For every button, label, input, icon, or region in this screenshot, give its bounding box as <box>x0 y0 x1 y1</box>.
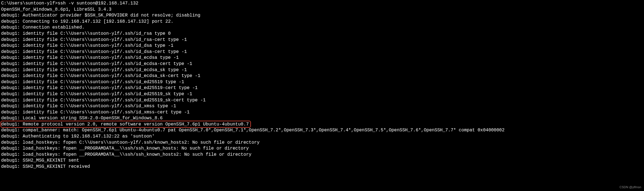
terminal-line: debug1: load_hostkeys: fopen __PROGRAMDA… <box>1 146 643 152</box>
terminal-line: debug1: identity file C:\\Users\\suntoon… <box>1 97 643 104</box>
terminal-line: debug1: SSH2_MSG_KEXINIT sent <box>1 158 643 164</box>
terminal-line: debug1: identity file C:\\Users\\suntoon… <box>1 31 643 37</box>
terminal-line: debug1: Connecting to 192.168.147.132 [1… <box>1 19 643 25</box>
terminal-line: debug1: identity file C:\\Users\\suntoon… <box>1 79 643 85</box>
watermark-text: CSDN @ylfmsn <box>620 185 641 189</box>
terminal-line: OpenSSH_for_Windows_8.6p1, LibreSSL 3.4.… <box>1 7 643 13</box>
terminal-line: debug1: identity file C:\\Users\\suntoon… <box>1 85 643 91</box>
terminal-line: debug1: SSH2_MSG_KEXINIT received <box>1 164 643 170</box>
terminal-line: debug1: Connection established. <box>1 25 643 31</box>
terminal-output[interactable]: C:\Users\suntoon-ylf>ssh -v suntoon@192.… <box>1 1 643 170</box>
terminal-line: debug1: identity file C:\\Users\\suntoon… <box>1 91 643 97</box>
terminal-line: debug1: Remote protocol version 2.0, rem… <box>1 122 643 128</box>
terminal-line: debug1: identity file C:\\Users\\suntoon… <box>1 37 643 43</box>
terminal-line: debug1: compat_banner: match: OpenSSH_7.… <box>1 127 643 134</box>
terminal-line: C:\Users\suntoon-ylf>ssh -v suntoon@192.… <box>1 1 643 7</box>
terminal-line: debug1: load_hostkeys: fopen C:\\Users\\… <box>1 140 643 146</box>
terminal-line: debug1: Local version string SSH-2.0-Ope… <box>1 115 643 122</box>
terminal-line: debug1: identity file C:\\Users\\suntoon… <box>1 43 643 49</box>
terminal-line: debug1: identity file C:\\Users\\suntoon… <box>1 73 643 79</box>
terminal-line: debug1: load_hostkeys: fopen __PROGRAMDA… <box>1 152 643 158</box>
terminal-line: debug1: identity file C:\\Users\\suntoon… <box>1 67 643 73</box>
terminal-line: debug1: identity file C:\\Users\\suntoon… <box>1 49 643 55</box>
terminal-line: debug1: identity file C:\\Users\\suntoon… <box>1 55 643 61</box>
terminal-line: debug1: Authenticating to 192.168.147.13… <box>1 134 643 140</box>
terminal-line: debug1: identity file C:\\Users\\suntoon… <box>1 61 643 67</box>
terminal-line: debug1: Authenticator provider $SSH_SK_P… <box>1 13 643 19</box>
terminal-line: debug1: identity file C:\\Users\\suntoon… <box>1 103 643 110</box>
terminal-line: debug1: identity file C:\\Users\\suntoon… <box>1 110 643 116</box>
